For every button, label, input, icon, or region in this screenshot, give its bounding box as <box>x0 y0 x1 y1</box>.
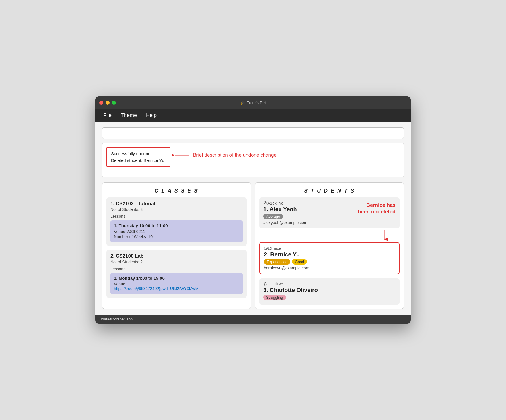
classes-panel: C L A S S E S 1. CS2103T Tutorial No. of… <box>102 182 251 309</box>
class-title: 2. CS2100 Lab <box>110 253 243 259</box>
response-box: Successfully undone: Deleted student: Be… <box>106 147 170 167</box>
student-name: 1. Alex Yeoh <box>263 206 308 213</box>
lesson-item: 1. Thursday 10:00 to 11:00 Venue: AS6-02… <box>110 220 243 242</box>
lesson-venue: Venue: AS6-0211 <box>114 229 239 234</box>
main-content: Successfully undone: Deleted student: Be… <box>95 122 411 315</box>
lesson-item: 1. Monday 14:00 to 15:00 Venue:https://z… <box>110 273 243 294</box>
student-email: alexyeoh@example.com <box>263 220 308 225</box>
command-input[interactable] <box>106 131 400 136</box>
class-meta: No. of Students: 2 <box>110 260 243 264</box>
response-status: Successfully undone: Deleted student: Be… <box>111 151 166 164</box>
window-title: 🎓 Tutor's Pet <box>240 100 266 105</box>
menu-theme[interactable]: Theme <box>117 111 140 120</box>
menu-bar: File Theme Help <box>95 109 411 122</box>
title-text: Tutor's Pet <box>247 100 266 105</box>
student-card-highlighted: @b3rnice 2. Bernice Yu Experienced Good … <box>259 242 400 274</box>
student-card: @C_Ol1ve 3. Charlotte Oliveiro Strugglin… <box>259 278 400 305</box>
lesson-venue: Venue:https://zoom/j/95317249?)pwd=Ulld2… <box>114 282 239 291</box>
student-tags: Average <box>263 214 308 219</box>
student-handle: @A1ex_Yo <box>263 201 308 205</box>
student-handle: @b3rnice <box>264 246 395 251</box>
maximize-button[interactable] <box>112 101 116 105</box>
student-tag: Experienced <box>264 259 290 265</box>
student-card: @A1ex_Yo 1. Alex Yeoh Average alexyeoh@e… <box>259 197 400 228</box>
arrow-icon <box>172 151 190 159</box>
down-arrow-container <box>259 230 400 242</box>
down-arrow-icon <box>380 230 388 242</box>
students-panel-header: S T U D E N T S <box>255 183 404 197</box>
class-card: 2. CS2100 Lab No. of Students: 2 Lessons… <box>106 250 247 298</box>
status-bar: ./data/tutorspet.json <box>95 315 411 324</box>
lesson-title: 1. Monday 14:00 to 15:00 <box>114 276 239 281</box>
class-card: 1. CS2103T Tutorial No. of Students: 3 L… <box>106 197 247 246</box>
students-panel: S T U D E N T S @A1ex_Yo 1. Alex Yeoh <box>255 182 404 309</box>
menu-file[interactable]: File <box>100 111 115 120</box>
command-input-wrapper[interactable] <box>102 127 404 139</box>
title-icon: 🎓 <box>240 100 245 105</box>
status-text: ./data/tutorspet.json <box>100 317 133 321</box>
student-tag: Average <box>263 214 283 219</box>
classes-panel-body: 1. CS2103T Tutorial No. of Students: 3 L… <box>102 197 251 306</box>
menu-help[interactable]: Help <box>143 111 160 120</box>
student-tags: Experienced Good <box>264 259 395 265</box>
students-panel-body: @A1ex_Yo 1. Alex Yeoh Average alexyeoh@e… <box>259 197 400 309</box>
student-tag: Good <box>292 259 307 265</box>
lesson-title: 1. Thursday 10:00 to 11:00 <box>114 223 239 228</box>
student-name: 3. Charlotte Oliveiro <box>263 287 396 293</box>
title-bar: 🎓 Tutor's Pet <box>95 96 411 109</box>
lesson-weeks: Number of Weeks: 10 <box>114 234 239 239</box>
student-email: berniceyu@example.com <box>264 266 395 270</box>
minimize-button[interactable] <box>106 101 110 105</box>
student-name: 2. Bernice Yu <box>264 251 395 258</box>
classes-panel-header: C L A S S E S <box>102 183 251 197</box>
response-annotation: Brief description of the undone change <box>193 152 277 158</box>
student-handle: @C_Ol1ve <box>263 282 396 286</box>
response-area: Successfully undone: Deleted student: Be… <box>102 143 404 177</box>
app-window: 🎓 Tutor's Pet File Theme Help Successful… <box>95 96 411 324</box>
columns: C L A S S E S 1. CS2103T Tutorial No. of… <box>102 182 404 309</box>
student-tags: Struggling <box>263 295 396 300</box>
traffic-lights <box>99 101 116 105</box>
lessons-label: Lessons: <box>110 267 243 271</box>
close-button[interactable] <box>99 101 103 105</box>
class-title: 1. CS2103T Tutorial <box>110 201 243 207</box>
class-meta: No. of Students: 3 <box>110 207 243 212</box>
bernice-undeleted-annotation: Bernice hasbeen undeleted <box>358 202 396 215</box>
student-tag: Struggling <box>263 295 286 300</box>
lessons-label: Lessons: <box>110 214 243 219</box>
